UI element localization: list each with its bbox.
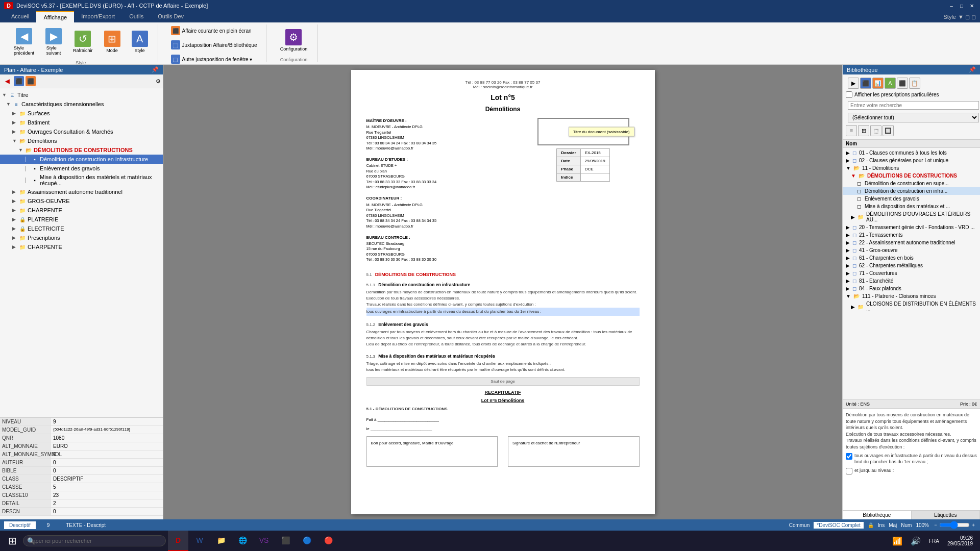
tree-item-materiaux[interactable]: │ ▪ Mise à disposition des matériels et … (0, 173, 163, 187)
juxtaposition-btn[interactable]: ⬚ Juxtaposition Affaire/Bibliothèque (167, 39, 261, 51)
tab-accueil[interactable]: Accueil (4, 11, 36, 22)
taskbar-app-explorer[interactable]: 📁 (211, 531, 231, 551)
tab-import-export[interactable]: Import/Export (74, 11, 122, 22)
rtree-clauses-generales[interactable]: ▶ ◻ 02 - Clauses générales pour Lot uniq… (843, 157, 980, 164)
right-tab-bibliotheque[interactable]: Bibliothèque (843, 511, 912, 519)
left-panel-pin-icon[interactable]: 📌 (152, 66, 159, 73)
show-prescriptions-checkbox[interactable] (846, 91, 852, 98)
taskbar-search-input[interactable] (23, 535, 166, 546)
right-icon-btn-5[interactable]: ⬛ (897, 78, 908, 89)
taskbar-app-4[interactable]: ⬛ (275, 531, 296, 551)
panel-icon-btn-1[interactable]: ◀ (2, 76, 12, 86)
rtree-faux-plafonds[interactable]: ▶ ◻ 84 - Faux plafonds (843, 285, 980, 292)
bureau-etudes-mel: Mél : etudeplus@wanadoo.fr (366, 185, 522, 190)
tree-item-ouvrages[interactable]: ▶ 📁 Ouvrages Consultation & Marchés (0, 127, 163, 136)
view-btn-3[interactable]: ⬚ (870, 125, 881, 136)
fullscreen-btn[interactable]: ⬛ Affaire courante en plein écran (167, 24, 255, 37)
view-btn-2[interactable]: ⊞ (858, 125, 869, 136)
table-val-date: 29/05/2019 (580, 157, 609, 165)
rtree-terrassement-gc[interactable]: ▶ ◻ 20 - Terrassement génie civil - Fond… (843, 223, 980, 231)
maximize-btn[interactable]: □ (958, 2, 966, 10)
tree-item-titre[interactable]: ▼ Ξ Titre (0, 90, 163, 99)
rtree-dem-infra[interactable]: ◻ Démolition de construction en infra... (843, 187, 980, 195)
panel-icon-btn-3[interactable]: ⬛ (26, 76, 36, 86)
right-tab-etiquettes[interactable]: Etiquettes (912, 511, 981, 519)
style-btn[interactable]: A Style (127, 27, 153, 57)
show-prescriptions-label[interactable]: Afficher les prescriptions particulières (846, 91, 977, 98)
tree-item-assainissement[interactable]: ▶ 📁 Assainissement autonome traditionnel (0, 187, 163, 196)
status-zoom-slider[interactable]: －＋ (933, 521, 976, 529)
tree-item-deminfra[interactable]: │ ▪ Démolition de construction en infras… (0, 155, 163, 164)
right-icon-btn-1[interactable]: ▶ (848, 78, 859, 89)
tree-item-platrerie[interactable]: ▶ 🔒 PLATRERIE (0, 215, 163, 224)
rtree-platrerie[interactable]: ▼ 📂 111 - Platrerie - Cloisons minces (843, 292, 980, 300)
tree-item-batiment[interactable]: ▶ 📁 Batiment (0, 118, 163, 127)
prop-classe10: CLASSE10 23 (0, 491, 163, 499)
style-precedent-btn[interactable]: ◀ Styleprécédent (9, 24, 39, 59)
right-select[interactable]: (Sélectionner tout) (848, 113, 979, 122)
taskbar-app-devisoc[interactable]: D (168, 531, 188, 551)
rtree-gros-oeuvre[interactable]: ▶ ◻ 41 - Gros-oeuvre (843, 246, 980, 254)
rtree-gravois[interactable]: ◻ Enlèvement des gravois (843, 195, 980, 203)
view-btn-4[interactable]: 🔲 (883, 125, 894, 136)
taskbar-app-chrome[interactable]: 🌐 (232, 531, 253, 551)
style-suivant-btn[interactable]: ▶ Stylesuivant (41, 24, 66, 59)
view-btn-1[interactable]: ≡ (846, 125, 857, 136)
tab-outils[interactable]: Outils (122, 11, 151, 22)
minimize-btn[interactable]: – (947, 2, 955, 10)
rtree-charpente-metal[interactable]: ▶ ◻ 62 - Charpentes métalliques (843, 262, 980, 269)
configuration-btn[interactable]: ⚙ Configuration (276, 26, 312, 55)
status-tab-9[interactable]: 9 (42, 521, 55, 529)
rtree-demolitions[interactable]: ▼ 📂 11 - Démolitions (843, 164, 980, 172)
status-tab-texte[interactable]: TEXTE - Descript (61, 521, 111, 529)
tree-item-gros-oeuvre[interactable]: ▶ 📁 GROS-OEUVRE (0, 196, 163, 206)
autre-juxtaposition-btn[interactable]: ⬚ Autre juxtaposition de fenêtre ▾ (167, 53, 256, 65)
tab-affichage[interactable]: Affichage (36, 11, 74, 22)
rafraichir-btn[interactable]: ↺ Rafraichir (68, 27, 97, 57)
tree-item-demcon[interactable]: ▼ 📂 DÉMOLITIONS DE CONSTRUCTIONS (0, 145, 163, 155)
tab-outils-dev[interactable]: Outils Dev (151, 11, 191, 22)
tree-item-charpente2[interactable]: ▶ 📁 CHARPENTE (0, 242, 163, 252)
rtree-dem-supe[interactable]: ◻ Démolition de construction en supe... (843, 180, 980, 187)
taskbar-lang-icon[interactable]: FRA (926, 533, 942, 549)
tree-item-charpente1[interactable]: ▶ 📁 CHARPENTE (0, 206, 163, 215)
rtree-dem-exteieurs[interactable]: ▶ 📁 DÉMOLITIONS D'OUVRAGES EXTÉRIEURS AU… (843, 210, 980, 223)
rtree-clauses-communes[interactable]: ▶ ◻ 01 - Clauses communes à tous les lot… (843, 149, 980, 157)
rtree-etancheite[interactable]: ▶ ◻ 81 - Etanchéité (843, 277, 980, 285)
right-icon-btn-2[interactable]: ⬛ (860, 78, 871, 89)
right-search-input[interactable] (848, 101, 979, 110)
tree-item-electricite[interactable]: ▶ 🔒 ELECTRICITE (0, 224, 163, 233)
right-checkbox-1[interactable] (846, 453, 852, 460)
taskbar-app-5[interactable]: 🔵 (297, 531, 317, 551)
panel-settings-btn[interactable]: ⚙ (156, 78, 161, 85)
taskbar-volume-icon[interactable]: 🔊 (908, 533, 924, 549)
taskbar-app-word[interactable]: W (189, 531, 210, 551)
tree-item-demolitions[interactable]: ▼ 📂 Démolitions (0, 136, 163, 145)
right-icon-btn-4[interactable]: A (885, 78, 896, 89)
tree-item-carac[interactable]: ▼ ≡ Caractéristiques dimensionnelles (0, 99, 163, 109)
rtree-assainissement[interactable]: ▶ ◻ 22 - Assainissement autonome traditi… (843, 239, 980, 246)
start-button[interactable]: ⊞ (4, 533, 21, 549)
status-tab-descriptif[interactable]: Descriptif (4, 521, 36, 529)
rtree-couvertures[interactable]: ▶ ◻ 71 - Couvertures (843, 269, 980, 277)
tree-item-surfaces[interactable]: ▶ 📁 Surfaces (0, 109, 163, 118)
taskbar-app-6[interactable]: 🔴 (318, 531, 338, 551)
right-icon-btn-3[interactable]: 📊 (872, 78, 884, 89)
rtree-demcon[interactable]: ▼ 📂 DÉMOLITIONS DE CONSTRUCTIONS (843, 172, 980, 180)
tree-item-gravois[interactable]: │ ▪ Enlèvement des gravois (0, 164, 163, 173)
taskbar-network-icon[interactable]: 📶 (889, 533, 905, 549)
right-panel-pin-icon[interactable]: 📌 (969, 66, 976, 73)
rtree-terrassements[interactable]: ▶ ◻ 21 - Terrassements (843, 231, 980, 239)
tree-item-prescriptions[interactable]: ▶ 📁 Prescriptions (0, 233, 163, 242)
right-icon-btn-6[interactable]: 📋 (909, 78, 920, 89)
close-btn[interactable]: ✕ (968, 2, 976, 10)
document-scroll[interactable]: Tél : 03 88 77 03 26 Fax : 03 88 77 05 3… (163, 65, 842, 519)
mode-btn[interactable]: ⊞ Mode (100, 27, 125, 57)
panel-icon-btn-2[interactable]: ⬛ (14, 76, 24, 86)
taskbar-app-vs[interactable]: VS (254, 531, 274, 551)
rtree-cloisons[interactable]: ▶ 📁 CLOISONS DE DISTRIBUTION EN ÉLÉMENTS… (843, 300, 980, 313)
rtree-materiaux[interactable]: ◻ Mise à disposition des matériaux et ..… (843, 203, 980, 210)
section-513-text1: Triage, cotinage et mise en dépôt avec s… (366, 361, 640, 367)
rtree-charpente-bois[interactable]: ▶ ◻ 61 - Charpentes en bois (843, 254, 980, 262)
right-checkbox-2[interactable] (846, 468, 852, 474)
